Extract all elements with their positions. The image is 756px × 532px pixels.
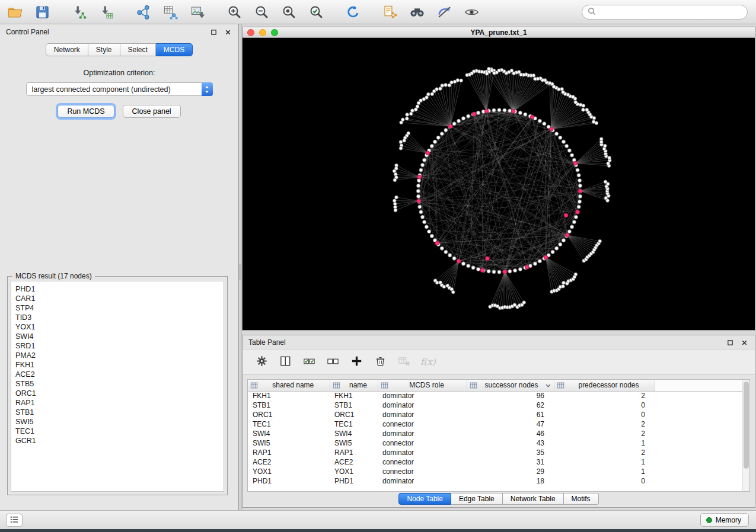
table-cell[interactable]: SWI5 — [330, 438, 378, 448]
column-header-MCDS-role[interactable]: MCDS role — [378, 380, 467, 391]
mcds-result-item[interactable]: TID3 — [15, 313, 224, 322]
table-cell[interactable]: ORC1 — [330, 410, 378, 419]
table-cell[interactable]: 47 — [467, 419, 554, 429]
mcds-result-item[interactable]: STB1 — [15, 408, 224, 417]
mcds-result-item[interactable]: FKH1 — [15, 360, 224, 370]
select-all-button[interactable] — [302, 354, 316, 370]
table-cell[interactable]: RAP1 — [248, 448, 330, 457]
table-cell[interactable]: ORC1 — [248, 410, 330, 419]
table-cell[interactable]: PHD1 — [248, 476, 330, 486]
table-cell[interactable]: 1 — [554, 438, 655, 448]
mcds-result-item[interactable]: SWI5 — [15, 417, 224, 427]
mcds-result-item[interactable]: STP4 — [15, 303, 224, 313]
table-row[interactable]: PHD1PHD1dominator180 — [248, 476, 742, 486]
table-cell[interactable]: 35 — [467, 448, 554, 457]
open-folder-button[interactable] — [6, 2, 24, 21]
delete-table-button[interactable] — [397, 354, 411, 370]
table-cell[interactable]: 2 — [554, 391, 655, 400]
column-header-predecessor-nodes[interactable]: predecessor nodes — [554, 380, 655, 391]
table-float-icon[interactable] — [726, 338, 735, 347]
tab-network[interactable]: Network — [46, 43, 88, 56]
table-cell[interactable]: SWI4 — [248, 429, 330, 438]
table-row[interactable]: ORC1ORC1dominator610 — [248, 410, 742, 419]
table-cell[interactable]: connector — [378, 457, 467, 467]
mcds-result-item[interactable]: ACE2 — [15, 370, 224, 379]
zoom-in-button[interactable] — [225, 2, 243, 21]
table-cell[interactable]: TEC1 — [248, 419, 330, 429]
mcds-result-item[interactable]: SRD1 — [15, 341, 224, 351]
panel-menu-button[interactable] — [6, 514, 23, 527]
add-row-button[interactable] — [349, 354, 363, 370]
table-cell[interactable]: dominator — [378, 410, 467, 419]
column-header-shared-name[interactable]: shared name — [248, 380, 330, 391]
document-share-button[interactable] — [381, 2, 398, 21]
tab-motifs[interactable]: Motifs — [564, 493, 599, 505]
table-cell[interactable]: connector — [378, 467, 467, 476]
mcds-result-item[interactable]: YOX1 — [15, 322, 224, 332]
table-row[interactable]: TEC1TEC1connector472 — [248, 419, 742, 429]
close-panel-icon[interactable] — [224, 28, 232, 37]
table-cell[interactable]: 61 — [467, 410, 554, 419]
table-cell[interactable]: 1 — [554, 467, 655, 476]
table-cell[interactable]: 18 — [467, 476, 554, 486]
zoom-fit-button[interactable] — [280, 2, 298, 21]
table-cell[interactable]: TEC1 — [330, 419, 378, 429]
mcds-result-list[interactable]: PHD1CAR1STP4TID3YOX1SWI4SRD1PMA2FKH1ACE2… — [11, 281, 224, 492]
table-cell[interactable]: 46 — [467, 429, 554, 438]
optimization-criterion-select[interactable]: largest connected component (undirected) — [26, 82, 213, 96]
mcds-result-item[interactable]: CAR1 — [15, 294, 224, 303]
import-network-button[interactable] — [70, 2, 88, 21]
table-cell[interactable]: SWI4 — [330, 429, 378, 438]
table-row[interactable]: YOX1YOX1connector291 — [248, 467, 742, 476]
mcds-result-item[interactable]: TEC1 — [15, 427, 224, 436]
table-cell[interactable]: 96 — [467, 391, 554, 400]
table-cell[interactable]: RAP1 — [330, 448, 378, 457]
table-cell[interactable]: 0 — [554, 410, 655, 419]
close-window-icon[interactable] — [247, 29, 254, 36]
zoom-out-button[interactable] — [253, 2, 270, 21]
graphics-details-button[interactable] — [435, 2, 453, 21]
table-cell[interactable]: 2 — [554, 448, 655, 457]
unselect-all-button[interactable] — [326, 354, 340, 370]
network-from-table-button[interactable] — [161, 2, 179, 21]
search-input[interactable] — [599, 8, 742, 17]
table-cell[interactable]: ACE2 — [248, 457, 330, 467]
mcds-result-item[interactable]: PHD1 — [15, 284, 224, 294]
table-cell[interactable]: 0 — [554, 476, 655, 486]
tab-mcds[interactable]: MCDS — [156, 43, 193, 56]
table-cell[interactable]: 62 — [467, 400, 554, 410]
network-graph[interactable] — [243, 39, 755, 330]
scrollbar-thumb[interactable] — [744, 382, 749, 469]
table-cell[interactable]: STB1 — [248, 400, 330, 410]
memory-button[interactable]: Memory — [700, 513, 749, 527]
table-row[interactable]: STB1STB1dominator620 — [248, 400, 742, 410]
table-row[interactable]: RAP1RAP1dominator352 — [248, 448, 742, 457]
table-cell[interactable]: 43 — [467, 438, 554, 448]
float-panel-icon[interactable] — [209, 28, 218, 37]
refresh-layout-button[interactable] — [344, 2, 362, 21]
table-cell[interactable]: 2 — [554, 419, 655, 429]
table-row[interactable]: FKH1FKH1dominator962 — [248, 391, 742, 400]
table-cell[interactable]: connector — [378, 419, 467, 429]
table-cell[interactable]: SWI5 — [248, 438, 330, 448]
table-cell[interactable]: 0 — [554, 400, 655, 410]
table-cell[interactable]: dominator — [378, 476, 467, 486]
network-window-titlebar[interactable]: YPA_prune.txt_1 — [243, 27, 755, 38]
table-cell[interactable]: 29 — [467, 467, 554, 476]
table-cell[interactable]: ACE2 — [330, 457, 378, 467]
network-canvas[interactable] — [243, 39, 755, 330]
export-image-button[interactable] — [189, 2, 206, 21]
tab-node-table[interactable]: Node Table — [398, 493, 451, 505]
search-box[interactable] — [582, 5, 748, 20]
table-cell[interactable]: connector — [378, 438, 467, 448]
table-cell[interactable]: YOX1 — [330, 467, 378, 476]
mcds-result-item[interactable]: ORC1 — [15, 389, 224, 398]
table-row[interactable]: ACE2ACE2connector311 — [248, 457, 742, 467]
table-cell[interactable]: STB1 — [330, 400, 378, 410]
table-scrollbar[interactable] — [742, 380, 749, 491]
run-mcds-button[interactable]: Run MCDS — [58, 105, 114, 118]
close-panel-button[interactable]: Close panel — [123, 105, 181, 118]
table-cell[interactable]: dominator — [378, 429, 467, 438]
eye-button[interactable] — [462, 2, 480, 21]
table-cell[interactable]: FKH1 — [248, 391, 330, 400]
